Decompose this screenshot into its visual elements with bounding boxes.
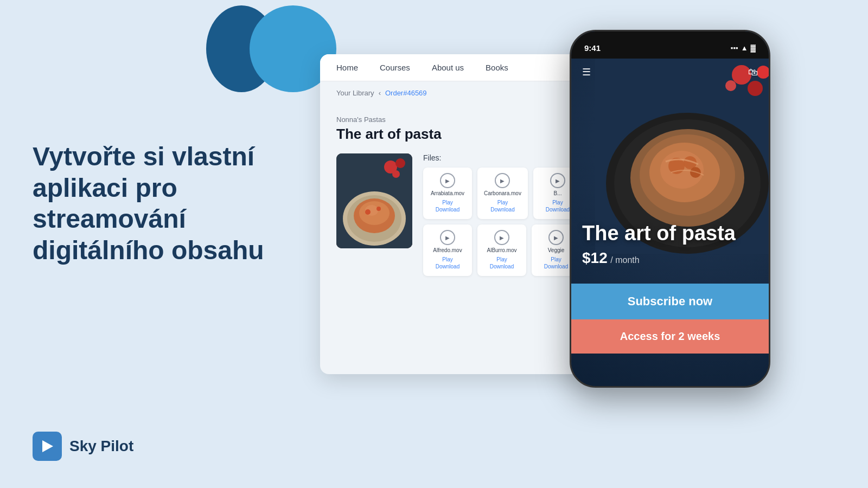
pasta-plate-svg (336, 153, 412, 248)
download-action-carbonara[interactable]: Download (484, 207, 521, 213)
file-name-alburro: AlBurro.mov (484, 247, 520, 253)
phone-status-bar: 9:41 ▪▪▪ ▲ ▓ (571, 31, 769, 59)
breadcrumb: Your Library ‹ Order#46569 (320, 81, 602, 105)
files-row-2: ▶ Alfredo.mov Play Download ▶ AlBurro.mo… (423, 224, 586, 276)
files-section: Files: ▶ Arrabiata.mov Play Download ▶ C… (336, 153, 586, 281)
hero-headline: Vytvořte si vlastní aplikaci pro streamo… (33, 141, 304, 266)
course-category: Nonna's Pastas (336, 115, 586, 124)
course-thumbnail (336, 153, 412, 248)
phone-price-amount: $12 (582, 249, 608, 266)
files-grid: Files: ▶ Arrabiata.mov Play Download ▶ C… (423, 153, 586, 281)
play-action-veggie[interactable]: Play (538, 256, 574, 262)
svg-marker-0 (42, 440, 53, 452)
play-circle-icon-2: ▶ (495, 173, 510, 188)
nav-item-about[interactable]: About us (432, 63, 464, 72)
desktop-content: Nonna's Pastas The art of pasta (320, 105, 602, 292)
brand-logo: Sky Pilot (33, 432, 304, 461)
file-name-alfredo: Alfredo.mov (430, 247, 465, 253)
file-card-alburro: ▶ AlBurro.mov Play Download (477, 224, 526, 276)
svg-point-5 (392, 170, 400, 178)
play-circle-icon-6: ▶ (548, 230, 564, 245)
nav-item-courses[interactable]: Courses (380, 63, 410, 72)
svg-point-12 (376, 207, 381, 211)
phone-nav-bar: ☰ 🛍 (571, 59, 769, 86)
logo-icon-container (33, 432, 62, 461)
play-action-carbonara[interactable]: Play (484, 200, 521, 206)
download-action-alburro[interactable]: Download (484, 264, 520, 269)
file-name-carbonara: Carbonara.mov (484, 190, 521, 196)
files-label: Files: (423, 153, 586, 162)
phone-hero-content: The art of pasta $12 / month (582, 222, 758, 267)
wifi-icon: ▲ (741, 44, 748, 52)
phone-title-text: The art of pasta (582, 222, 736, 245)
play-action-alfredo[interactable]: Play (430, 256, 465, 262)
play-circle-icon-5: ▶ (494, 230, 509, 245)
nav-item-books[interactable]: Books (486, 63, 508, 72)
files-row-1: ▶ Arrabiata.mov Play Download ▶ Carbonar… (423, 168, 586, 219)
phone-hero-title: The art of pasta (582, 222, 758, 245)
file-card-carbonara: ▶ Carbonara.mov Play Download (477, 168, 528, 219)
left-panel: Vytvořte si vlastní aplikaci pro streamo… (0, 0, 336, 488)
signal-icon: ▪▪▪ (731, 44, 738, 52)
phone-price-period: / month (610, 255, 639, 265)
sky-pilot-icon (39, 438, 55, 454)
phone-cta-area: Subscribe now Access for 2 weeks (571, 284, 769, 354)
breadcrumb-chevron-icon: ‹ (379, 89, 381, 97)
file-name-veggie: Veggie (538, 247, 574, 253)
nav-item-home[interactable]: Home (336, 63, 358, 72)
course-title: The art of pasta (336, 126, 586, 143)
battery-icon: ▓ (751, 44, 756, 52)
breadcrumb-order[interactable]: Order#46569 (385, 89, 427, 97)
play-action-arrabiata[interactable]: Play (430, 200, 465, 206)
breadcrumb-library[interactable]: Your Library (336, 89, 374, 97)
hamburger-menu-icon[interactable]: ☰ (582, 66, 591, 78)
svg-point-11 (365, 209, 371, 215)
desktop-nav: Home Courses About us Books (320, 54, 602, 81)
access-weeks-button[interactable]: Access for 2 weeks (571, 319, 769, 354)
file-card-alfredo: ▶ Alfredo.mov Play Download (423, 224, 472, 276)
play-action-alburro[interactable]: Play (484, 256, 520, 262)
mobile-phone: 9:41 ▪▪▪ ▲ ▓ ☰ 🛍 The art of pasta $12 / … (570, 30, 770, 388)
desktop-app-ui: Home Courses About us Books Your Library… (320, 54, 602, 374)
pasta-image (336, 153, 412, 248)
download-action-veggie[interactable]: Download (538, 264, 574, 269)
phone-status-icons: ▪▪▪ ▲ ▓ (731, 44, 756, 52)
play-circle-icon-3: ▶ (550, 173, 565, 188)
file-card-arrabiata: ▶ Arrabiata.mov Play Download (423, 168, 472, 219)
download-action-arrabiata[interactable]: Download (430, 207, 465, 213)
phone-time: 9:41 (584, 43, 601, 53)
phone-price: $12 / month (582, 249, 758, 267)
file-name-arrabiata: Arrabiata.mov (430, 190, 465, 196)
download-action-alfredo[interactable]: Download (430, 264, 465, 269)
brand-name: Sky Pilot (69, 438, 133, 455)
play-circle-icon-4: ▶ (440, 230, 455, 245)
phone-screen: 9:41 ▪▪▪ ▲ ▓ ☰ 🛍 The art of pasta $12 / … (571, 31, 769, 386)
cart-icon[interactable]: 🛍 (748, 67, 758, 78)
svg-point-4 (395, 158, 405, 168)
subscribe-now-button[interactable]: Subscribe now (571, 284, 769, 319)
play-circle-icon: ▶ (440, 173, 455, 188)
